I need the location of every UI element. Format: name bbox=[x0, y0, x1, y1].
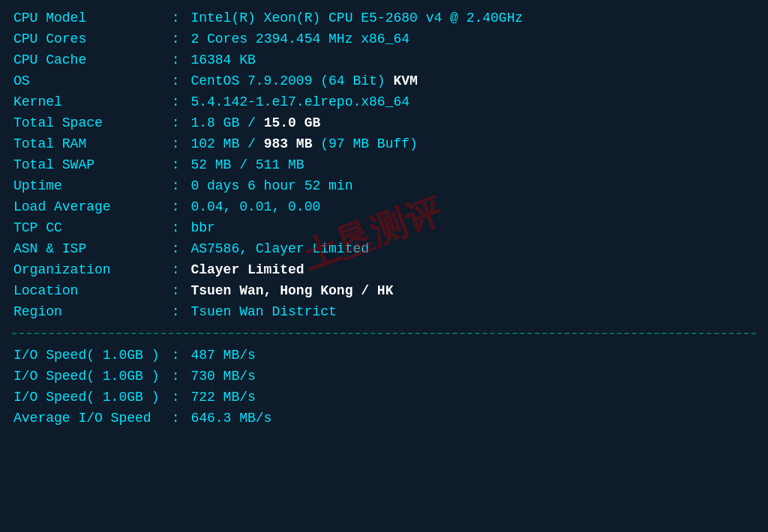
row-colon: : bbox=[162, 70, 189, 91]
row-label: I/O Speed( 1.0GB ) bbox=[12, 387, 162, 408]
row-colon: : bbox=[162, 112, 189, 133]
table-row: CPU Model : Intel(R) Xeon(R) CPU E5-2680… bbox=[12, 7, 756, 28]
row-value: 102 MB / 983 MB (97 MB Buff) bbox=[189, 133, 756, 154]
table-row: I/O Speed( 1.0GB ) : 722 MB/s bbox=[12, 387, 756, 408]
io-section: I/O Speed( 1.0GB ) : 487 MB/sI/O Speed( … bbox=[12, 345, 756, 429]
table-row: Uptime : 0 days 6 hour 52 min bbox=[12, 175, 756, 196]
row-label: Organization bbox=[12, 259, 162, 280]
row-value: bbr bbox=[189, 217, 756, 238]
row-value: Tsuen Wan District bbox=[189, 301, 756, 322]
table-row: TCP CC : bbr bbox=[12, 217, 756, 238]
row-colon: : bbox=[162, 408, 189, 429]
row-label: TCP CC bbox=[12, 217, 162, 238]
table-row: Kernel : 5.4.142-1.el7.elrepo.x86_64 bbox=[12, 91, 756, 112]
row-value: 730 MB/s bbox=[189, 366, 756, 387]
row-label: Total SWAP bbox=[12, 154, 162, 175]
row-label: CPU Model bbox=[12, 7, 162, 28]
row-value: 2 Cores 2394.454 MHz x86_64 bbox=[189, 28, 756, 49]
table-row: Region : Tsuen Wan District bbox=[12, 301, 756, 322]
row-colon: : bbox=[162, 28, 189, 49]
table-row: I/O Speed( 1.0GB ) : 487 MB/s bbox=[12, 345, 756, 366]
row-label: Total RAM bbox=[12, 133, 162, 154]
row-colon: : bbox=[162, 49, 189, 70]
row-colon: : bbox=[162, 387, 189, 408]
row-label: CPU Cache bbox=[12, 49, 162, 70]
row-label: OS bbox=[12, 70, 162, 91]
row-colon: : bbox=[162, 133, 189, 154]
row-colon: : bbox=[162, 280, 189, 301]
table-row: Location : Tsuen Wan, Hong Kong / HK bbox=[12, 280, 756, 301]
row-colon: : bbox=[162, 91, 189, 112]
row-value: 646.3 MB/s bbox=[189, 408, 756, 429]
row-value: 52 MB / 511 MB bbox=[189, 154, 756, 175]
row-label: Uptime bbox=[12, 175, 162, 196]
table-row: Total SWAP : 52 MB / 511 MB bbox=[12, 154, 756, 175]
row-colon: : bbox=[162, 366, 189, 387]
row-label: Location bbox=[12, 280, 162, 301]
table-row: CPU Cache : 16384 KB bbox=[12, 49, 756, 70]
table-row: ASN & ISP : AS7586, Clayer Limited bbox=[12, 238, 756, 259]
row-value: Clayer Limited bbox=[189, 259, 756, 280]
row-label: I/O Speed( 1.0GB ) bbox=[12, 345, 162, 366]
row-value: 722 MB/s bbox=[189, 387, 756, 408]
table-row: Total Space : 1.8 GB / 15.0 GB bbox=[12, 112, 756, 133]
row-label: I/O Speed( 1.0GB ) bbox=[12, 366, 162, 387]
row-value: 487 MB/s bbox=[189, 345, 756, 366]
row-label: Load Average bbox=[12, 196, 162, 217]
table-row: Total RAM : 102 MB / 983 MB (97 MB Buff) bbox=[12, 133, 756, 154]
row-colon: : bbox=[162, 7, 189, 28]
row-value: Intel(R) Xeon(R) CPU E5-2680 v4 @ 2.40GH… bbox=[189, 7, 756, 28]
row-colon: : bbox=[162, 196, 189, 217]
row-colon: : bbox=[162, 238, 189, 259]
system-info-section: CPU Model : Intel(R) Xeon(R) CPU E5-2680… bbox=[12, 7, 756, 322]
table-row: OS : CentOS 7.9.2009 (64 Bit) KVM bbox=[12, 70, 756, 91]
table-row: Average I/O Speed : 646.3 MB/s bbox=[12, 408, 756, 429]
row-label: ASN & ISP bbox=[12, 238, 162, 259]
row-colon: : bbox=[162, 345, 189, 366]
row-value: 16384 KB bbox=[189, 49, 756, 70]
table-row: Load Average : 0.04, 0.01, 0.00 bbox=[12, 196, 756, 217]
row-colon: : bbox=[162, 175, 189, 196]
table-row: Organization : Clayer Limited bbox=[12, 259, 756, 280]
section-divider bbox=[12, 333, 756, 334]
row-value: Tsuen Wan, Hong Kong / HK bbox=[189, 280, 756, 301]
table-row: CPU Cores : 2 Cores 2394.454 MHz x86_64 bbox=[12, 28, 756, 49]
row-label: Region bbox=[12, 301, 162, 322]
row-value: 0 days 6 hour 52 min bbox=[189, 175, 756, 196]
row-value: 5.4.142-1.el7.elrepo.x86_64 bbox=[189, 91, 756, 112]
row-label: Average I/O Speed bbox=[12, 408, 162, 429]
row-colon: : bbox=[162, 301, 189, 322]
row-value: 1.8 GB / 15.0 GB bbox=[189, 112, 756, 133]
row-value: AS7586, Clayer Limited bbox=[189, 238, 756, 259]
row-label: Total Space bbox=[12, 112, 162, 133]
row-colon: : bbox=[162, 217, 189, 238]
table-row: I/O Speed( 1.0GB ) : 730 MB/s bbox=[12, 366, 756, 387]
row-label: Kernel bbox=[12, 91, 162, 112]
io-table: I/O Speed( 1.0GB ) : 487 MB/sI/O Speed( … bbox=[12, 345, 756, 429]
system-info-table: CPU Model : Intel(R) Xeon(R) CPU E5-2680… bbox=[12, 7, 756, 322]
row-label: CPU Cores bbox=[12, 28, 162, 49]
row-value: CentOS 7.9.2009 (64 Bit) KVM bbox=[189, 70, 756, 91]
row-value: 0.04, 0.01, 0.00 bbox=[189, 196, 756, 217]
row-colon: : bbox=[162, 259, 189, 280]
row-colon: : bbox=[162, 154, 189, 175]
